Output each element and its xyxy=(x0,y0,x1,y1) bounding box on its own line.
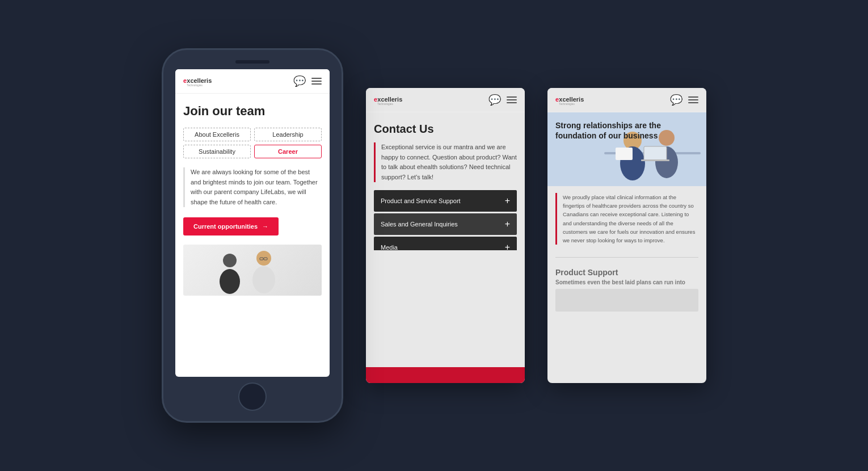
accordion-sales[interactable]: Sales and General Inquiries + xyxy=(374,213,517,235)
accordion-sales-plus: + xyxy=(505,219,510,229)
screen2-logo: e xcelleris Technologies xyxy=(374,94,414,106)
svg-point-4 xyxy=(220,269,240,294)
screen2-navbar: e xcelleris Technologies 💬 xyxy=(366,88,525,112)
team-photo xyxy=(183,245,322,296)
screen1-navbar: e xcelleris Technologies 💬 xyxy=(175,69,330,94)
phone-screen: e xcelleris Technologies 💬 Join ou xyxy=(175,69,330,377)
svg-text:e: e xyxy=(555,96,559,103)
product-support-section: Product Support Sometimes even the best … xyxy=(547,263,706,315)
cta-button[interactable]: Current opportunities → xyxy=(183,217,279,236)
tag-sustainability[interactable]: Sustainability xyxy=(183,145,251,158)
screen1-nav-icons: 💬 xyxy=(293,75,322,87)
accordion-media-plus: + xyxy=(505,242,510,250)
svg-text:Technologies: Technologies xyxy=(377,103,393,106)
svg-text:xcelleris: xcelleris xyxy=(377,96,402,103)
contact-intro: Exceptional service is our mantra and we… xyxy=(374,142,517,182)
svg-rect-23 xyxy=(641,159,669,161)
page-title: Join our team xyxy=(183,104,322,119)
screen2-card: e xcelleris Technologies 💬 Contact Us Ex… xyxy=(366,88,525,383)
hero-image-area: Strong relationships are the foundation … xyxy=(547,112,706,186)
screen3-card: e xcelleris Technologies 💬 xyxy=(547,88,706,383)
cta-arrow: → xyxy=(262,223,268,230)
svg-point-6 xyxy=(252,266,275,293)
screen3-body-block: We proudly place vital clinical informat… xyxy=(555,193,698,245)
product-support-subtitle: Sometimes even the best laid plans can r… xyxy=(555,279,698,285)
screen1-content: e xcelleris Technologies 💬 Join ou xyxy=(175,69,330,377)
screen3-content: e xcelleris Technologies 💬 xyxy=(547,88,706,383)
svg-text:e: e xyxy=(183,77,187,84)
accordion-product-plus: + xyxy=(505,196,510,206)
accordion-media[interactable]: Media + xyxy=(374,237,517,250)
screen2-footer-bar xyxy=(366,367,525,383)
screen2-chat-icon[interactable]: 💬 xyxy=(488,94,501,106)
screen2-hamburger-icon[interactable] xyxy=(507,96,517,103)
accordion-product[interactable]: Product and Service Support + xyxy=(374,190,517,212)
svg-rect-24 xyxy=(616,148,633,160)
screen1-logo: e xcelleris Technologies xyxy=(183,75,224,87)
svg-text:Technologies: Technologies xyxy=(559,103,575,106)
hamburger-icon[interactable] xyxy=(311,78,322,85)
screen2-content: e xcelleris Technologies 💬 Contact Us Ex… xyxy=(366,88,525,383)
tag-about[interactable]: About Excelleris xyxy=(183,128,251,141)
screen1-body-text: We are always looking for some of the be… xyxy=(183,167,322,207)
accordion-sales-label: Sales and General Inquiries xyxy=(381,221,458,228)
product-support-title: Product Support xyxy=(555,268,698,277)
svg-text:xcelleris: xcelleris xyxy=(187,77,212,84)
cta-label: Current opportunities xyxy=(193,223,258,230)
screen3-divider xyxy=(555,257,698,258)
screen3-hamburger-icon[interactable] xyxy=(688,96,698,103)
svg-text:e: e xyxy=(374,96,377,103)
hero-heading-overlay: Strong relationships are the foundation … xyxy=(555,120,661,141)
screen1-body: Join our team About Excelleris Leadershi… xyxy=(175,94,330,377)
scene: e xcelleris Technologies 💬 Join ou xyxy=(0,0,868,471)
svg-text:Technologies: Technologies xyxy=(187,84,203,87)
accordion-product-label: Product and Service Support xyxy=(381,197,461,204)
screen3-logo: e xcelleris Technologies xyxy=(555,94,596,106)
svg-rect-22 xyxy=(644,146,667,161)
phone-device: e xcelleris Technologies 💬 Join ou xyxy=(162,48,343,423)
tag-grid: About Excelleris Leadership Sustainabili… xyxy=(183,128,322,158)
screen3-section: We proudly place vital clinical informat… xyxy=(547,186,706,251)
phone-speaker xyxy=(235,60,269,64)
product-support-box xyxy=(555,289,698,312)
accordion-media-label: Media xyxy=(381,244,398,250)
hero-heading: Strong relationships are the foundation … xyxy=(555,120,661,141)
screen3-navbar: e xcelleris Technologies 💬 xyxy=(547,88,706,112)
svg-point-3 xyxy=(223,254,237,267)
svg-point-20 xyxy=(659,130,675,146)
screen3-chat-icon[interactable]: 💬 xyxy=(670,94,682,106)
chat-icon[interactable]: 💬 xyxy=(293,75,306,87)
screen2-body: Contact Us Exceptional service is our ma… xyxy=(366,112,525,250)
screen2-nav-icons: 💬 xyxy=(488,94,517,106)
tag-career[interactable]: Career xyxy=(254,145,322,158)
screen3-body-text: We proudly place vital clinical informat… xyxy=(563,193,698,245)
tag-leadership[interactable]: Leadership xyxy=(254,128,322,141)
svg-text:xcelleris: xcelleris xyxy=(559,96,584,103)
phone-home-button[interactable] xyxy=(238,382,267,411)
screen3-nav-icons: 💬 xyxy=(670,94,698,106)
contact-title: Contact Us xyxy=(374,123,517,136)
